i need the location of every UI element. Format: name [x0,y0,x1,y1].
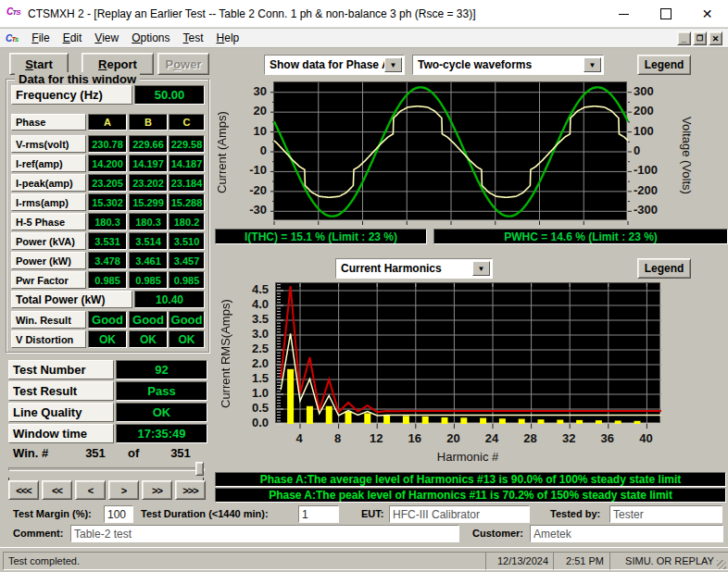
row-value: 0.985 [88,271,127,289]
harm-ytick: 4.5 [235,282,269,297]
mdi-restore-icon: ❐ [697,34,703,43]
mdi-close-icon: ✕ [712,34,720,44]
customer-input[interactable] [530,525,723,542]
harm-xtick: 40 [633,431,659,446]
eut-input[interactable] [389,505,530,523]
row-value: 3.510 [169,232,205,250]
pwhc-readout: PWHC = 14.6 % (Limit : 23 %) [433,229,728,244]
waveform-select[interactable]: Two-cycle waveforms ▼ [412,55,604,75]
wave-ytick-left: 10 [230,124,267,139]
nav-button-3[interactable]: > [108,480,139,500]
close-button[interactable]: ✕ [686,0,728,28]
harm-xtick: 28 [518,431,544,446]
waveform-legend-button[interactable]: Legend [637,55,691,75]
wave-ytick-left: 0 [230,143,267,158]
harm-ytick: 0.5 [235,401,269,416]
wave-ytick-right: -100 [634,163,674,178]
menu-file[interactable]: File [25,29,56,48]
mdi-restore-button[interactable]: ❐ [693,31,707,45]
menu-help[interactable]: Help [210,29,246,48]
status-row-label: Window time [8,424,114,443]
power-button[interactable]: Power [157,53,209,75]
harmonics-legend-button[interactable]: Legend [637,258,691,279]
nav-button-2[interactable]: < [75,480,106,500]
harm-ytick: 1.5 [235,371,269,386]
customer-label: Customer: [472,528,523,539]
row-label: Power (kVA) [11,232,86,250]
win-number-current: 351 [72,446,119,460]
row-label: H-5 Phase [11,213,86,230]
test-duration-input[interactable] [298,505,339,523]
comment-label: Comment: [13,528,63,539]
mdi-child-icon: CTs [6,33,18,44]
tested-by-label: Tested by: [550,508,600,519]
resize-grip[interactable] [717,560,726,569]
menu-test[interactable]: Test [177,29,210,48]
row-value: 0.985 [129,271,168,289]
row-value: 180.3 [88,213,127,230]
total-power-label: Total Power (kW) [11,291,132,308]
minimize-button[interactable] [603,0,645,28]
row-value: 23.205 [88,174,127,192]
window-slider-track[interactable] [8,467,205,471]
win-result-label: Win. Result [11,311,86,329]
minimize-icon [619,14,629,15]
nav-button-4[interactable]: >> [142,480,172,500]
harm-xtick: 36 [595,431,621,446]
row-label: I-peak(amp) [11,174,86,192]
phase-label: Phase [11,114,86,131]
wave-ytick-right: -300 [634,203,674,218]
win-number-label: Win. # [13,446,48,460]
row-value: 180.3 [129,213,168,230]
menu-view[interactable]: View [88,29,125,48]
phase-select[interactable]: Show data for Phase A ▼ [264,55,405,75]
harmonics-select[interactable]: Current Harmonics ▼ [335,258,493,279]
harm-ytick: 3.5 [235,312,269,327]
win-result-value: Good [129,311,168,329]
tested-by-input[interactable] [609,505,722,523]
test-margin-label: Test Margin (%): [13,508,92,519]
chevron-down-icon[interactable]: ▼ [384,57,402,72]
window-slider-thumb[interactable] [195,462,204,476]
harmonics-average-message: Phase A:The average level of Harmonics #… [215,472,726,487]
harm-ytick: 2.5 [235,342,269,356]
waveform-chart [273,81,627,220]
row-value: 15.288 [169,193,205,211]
nav-button-0[interactable]: <<< [8,480,39,500]
test-margin-input[interactable] [104,505,133,523]
maximize-button[interactable] [645,0,686,28]
row-label: Power (kW) [11,252,86,269]
nav-button-5[interactable]: >>> [175,480,206,500]
row-value: 14.197 [129,155,168,172]
row-value: 14.200 [88,155,127,172]
wave-ytick-left: 30 [230,84,267,99]
harm-ytick: 1.0 [235,386,269,401]
chevron-down-icon[interactable]: ▼ [472,261,490,276]
waveform-select-value: Two-cycle waveforms [418,58,532,71]
harmonics-axis-title: Current RMS(Amps) [219,282,232,426]
app-icon: CTS [6,6,19,17]
wave-right-axis-title: Voltage (Volts) [680,88,694,222]
status-mode: SIMU. OR REPLAY [609,552,728,570]
harm-ytick: 3.0 [235,327,269,342]
row-label: V-rms(volt) [11,135,86,153]
mdi-minimize-button[interactable]: _ [677,31,691,45]
nav-button-1[interactable]: << [42,480,72,500]
phase-b-header: B [129,114,168,131]
row-value: 3.478 [88,252,127,269]
harmonics-peak-message: Phase A:The peak level of Harmonics #11 … [215,488,726,503]
v-distortion-label: V Distortion [11,330,86,348]
test-duration-label: Test Duration (<1440 min): [141,508,269,519]
harmonics-chart [275,282,660,423]
phase-select-value: Show data for Phase A [270,58,390,71]
phase-a-header: A [88,114,127,131]
chevron-down-icon[interactable]: ▼ [584,57,601,72]
menu-edit[interactable]: Edit [56,29,89,48]
harm-ytick: 4.0 [235,297,269,312]
win-result-value: Good [169,311,205,329]
comment-input[interactable] [70,525,459,542]
win-number-total: 351 [157,446,204,460]
mdi-close-button[interactable]: ✕ [709,31,722,45]
menu-options[interactable]: Options [125,29,176,48]
wave-ytick-left: -10 [230,163,267,178]
